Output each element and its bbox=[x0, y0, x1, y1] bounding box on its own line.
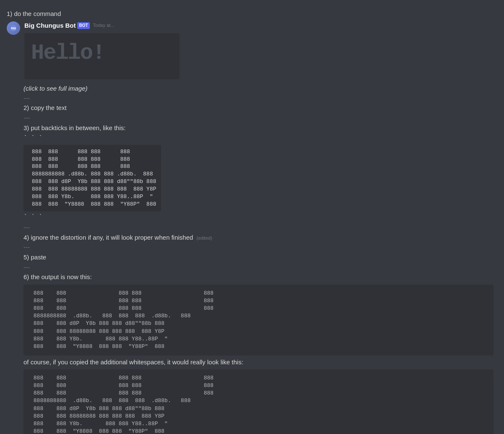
backtick-close: ` ` ` bbox=[24, 213, 494, 222]
ascii-art-raw: 888 888 888 888 888 888 888 888 888 888 … bbox=[24, 145, 161, 212]
bot-message-header: Big Chungus Bot BOT Today at... bbox=[24, 21, 494, 30]
divider1: --- bbox=[24, 94, 494, 103]
edited-tag: (edited) bbox=[196, 235, 212, 241]
step6-text: 6) the output is now this: bbox=[24, 272, 494, 282]
divider4: --- bbox=[24, 243, 494, 252]
step1-text: 1) do the command bbox=[7, 9, 494, 19]
click-hint: (click to see full image) bbox=[24, 84, 494, 93]
whitespace-note: of course, if you copied the additional … bbox=[24, 358, 494, 367]
step5-text: 5) paste bbox=[24, 253, 494, 262]
divider5: --- bbox=[24, 263, 494, 272]
step3-text: 3) put backticks in between, like this: bbox=[24, 123, 494, 133]
bot-tag: BOT bbox=[77, 22, 89, 29]
code-block-output: 888 888 888 888 888 888 888 888 888 888 … bbox=[24, 285, 494, 356]
image-preview[interactable]: Hello! bbox=[24, 33, 180, 79]
code-section: ` ` ` 888 888 888 888 888 888 888 888 88… bbox=[24, 134, 494, 222]
divider3: --- bbox=[24, 223, 494, 232]
preview-text: Hello! bbox=[31, 38, 173, 68]
code-block-whitespace: 888 888 888 888 888 888 888 888 888 888 … bbox=[24, 369, 494, 434]
avatar: RM bbox=[7, 21, 20, 35]
main-content: (click to see full image) --- 2) copy th… bbox=[24, 84, 494, 434]
backtick-open: ` ` ` bbox=[24, 134, 494, 143]
message-container: 1) do the command RM Big Chungus Bot BOT… bbox=[7, 7, 494, 434]
svg-text:RM: RM bbox=[11, 26, 16, 30]
step2-text: 2) copy the text bbox=[24, 103, 494, 113]
step4-text: 4) ignore the distortion if any, it will… bbox=[24, 233, 494, 243]
timestamp: Today at... bbox=[93, 22, 115, 29]
divider2: --- bbox=[24, 114, 494, 123]
bot-username: Big Chungus Bot bbox=[24, 21, 76, 30]
